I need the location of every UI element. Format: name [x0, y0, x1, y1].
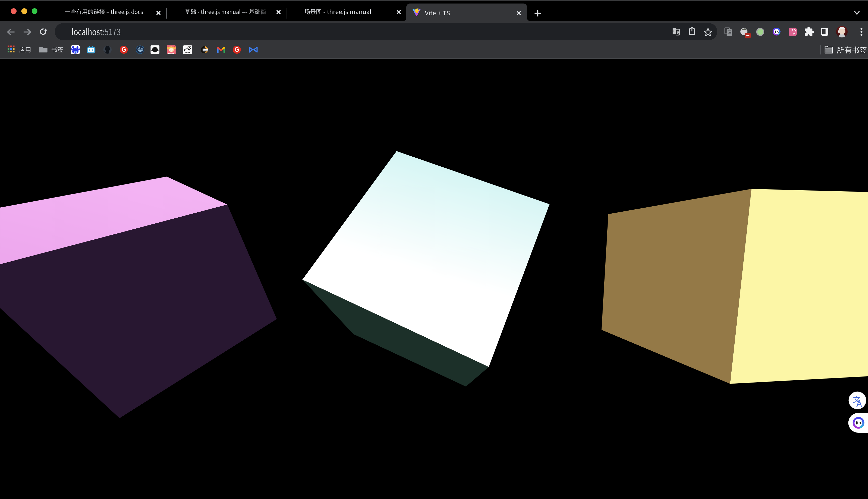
svg-text:G: G: [122, 46, 126, 53]
svg-text:G: G: [234, 46, 239, 53]
svg-text:du: du: [74, 50, 77, 53]
